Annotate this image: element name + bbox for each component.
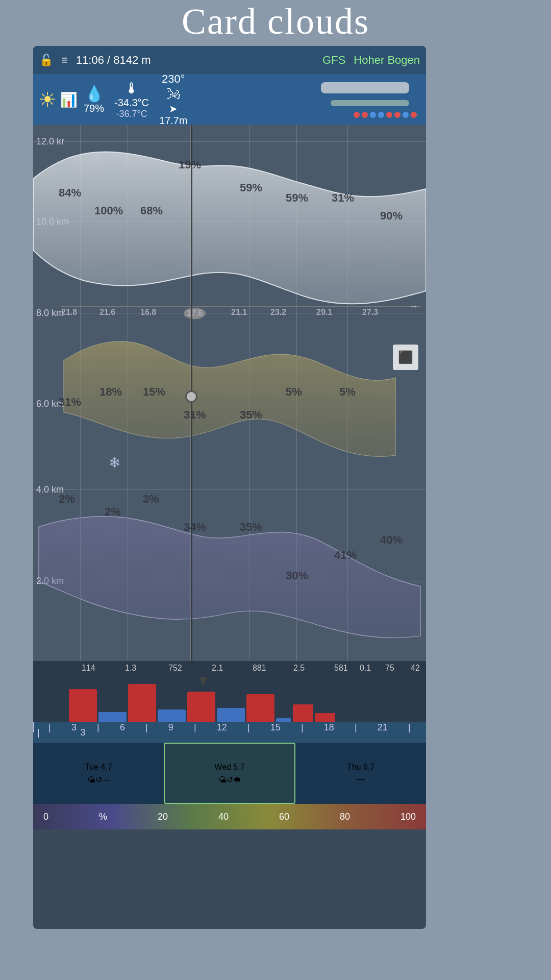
menu-icon[interactable]: ≡ [61,54,68,67]
cloud-preview [319,77,421,122]
lock-icon[interactable]: 🔓 [39,54,53,67]
sun-icon: ☀ [38,88,57,111]
pct-41: 41% [334,549,357,562]
t-tick-start: | [48,722,51,733]
chart-icon[interactable]: 📊 [60,91,78,108]
pct-100: 100% [94,204,123,217]
time-axis: | 3 | 3 | 6 | 9 | 12 | 15 | 18 | 21 | [33,722,426,743]
temp-group: 🌡 -34.3°C -36.7°C [114,80,149,119]
bar-7 [246,694,274,722]
pct-59b: 59% [286,191,308,205]
t-val-25: 2.5 [293,664,305,673]
thermo-icon: 🌡 [124,80,139,97]
tab-thu[interactable]: Thu 6.7 — [295,743,426,804]
pct-34: 34% [184,521,206,534]
timeline-area: 114 1.3 752 2.1 881 2.5 581 0.1 75 42 [33,661,426,722]
chart-area: 12.0 kr 10.0 km 8.0 km 6.0 km 4.0 km 2.0… [33,125,426,661]
header-bar: 🔓 ≡ 11:06 / 8142 m GFS Hoher Bogen [33,46,426,74]
pct-68: 68% [140,204,163,217]
bar-10 [315,713,335,722]
scale-0: 0 [43,812,48,822]
dot-blue-1 [370,112,376,118]
bar-1 [69,689,97,722]
page-title: Card clouds [0,0,551,43]
pct-35l: 35% [240,521,262,534]
t-tick-9: 9 [168,722,173,733]
nav-icon: ➤ [169,103,178,115]
wind-val-3: 16.8 [140,308,156,317]
wind-val-8: 27.3 [362,308,378,317]
t-tick-12: 12 [217,722,227,733]
dot-red-3 [386,112,392,118]
scale-40: 40 [218,812,229,822]
stack-icon[interactable]: ⬛ [393,345,418,370]
tab-tue-icons: 🌤↺— [87,775,110,785]
t-tick-sep6: | [355,722,357,733]
tab-wed-icons: 🌤↺🌧 [218,775,241,785]
wind-val-7: 29.1 [316,308,332,317]
pct-31m2: 31% [184,408,206,422]
t-val-114: 114 [82,664,95,673]
tab-tue-name: Tue 4.7 [85,763,112,772]
mid-cloud-svg [33,309,426,503]
pct-3: 3% [143,493,159,506]
scale-80: 80 [340,812,350,822]
bar-5 [187,692,215,722]
pct-35m: 35% [240,408,262,422]
wind-icon: 🌬 [166,86,181,103]
stats-bar: ☀ 📊 💧 79% 🌡 -34.3°C -36.7°C 230° 🌬 ➤ 17.… [33,74,426,125]
pct-2b: 2% [105,505,121,519]
tab-wed[interactable]: Wed 5.7 🌤↺🌧 [164,743,295,804]
gfs-label[interactable]: GFS [322,54,345,67]
bottom-scale: 0 % 20 40 60 80 100 [33,804,426,829]
bar-8 [276,718,291,722]
time-ticks-row: | 3 | 6 | 9 | 12 | 15 | 18 | 21 | [33,722,426,733]
dot-blue-3 [403,112,409,118]
dot-red-5 [411,112,417,118]
location-label[interactable]: Hoher Bogen [354,54,420,67]
t-tick-sep4: | [247,722,250,733]
pct-19: 19% [179,158,201,172]
temp-high: -34.3°C [114,97,149,109]
cursor-dot [185,390,197,403]
pct-59a: 59% [240,181,262,194]
t-tick-21: 21 [378,722,388,733]
pct-15m: 15% [143,385,165,399]
pct-84: 84% [59,186,81,200]
t-val-21: 2.1 [212,664,223,673]
temp-low: -36.7°C [116,109,147,119]
dot-red-2 [362,112,368,118]
t-val-752: 752 [168,664,182,673]
pct-31: 31% [332,191,354,205]
day-tabs: Tue 4.7 🌤↺— Wed 5.7 🌤↺🌧 Thu 6.7 — [33,743,426,804]
wind-group: 230° 🌬 ➤ 17.7m [159,72,188,127]
wind-val-2: 21.6 [99,308,115,317]
tab-thu-name: Thu 6.7 [347,763,374,772]
pct-31m: 31% [59,396,81,409]
bar-4 [158,709,186,722]
t-tick-sep2: | [145,722,148,733]
bar-2 [98,712,127,722]
pct-5m2: 5% [339,385,356,399]
scale-pct: % [99,812,107,822]
wind-val-5: 21.1 [231,308,247,317]
t-tick-15: 15 [270,722,281,733]
scale-20: 20 [158,812,168,822]
tab-tue[interactable]: Tue 4.7 🌤↺— [33,743,164,804]
t-val-881: 881 [253,664,266,673]
t-val-42: 42 [411,664,420,673]
dot-red-1 [354,112,360,118]
t-val-581: 581 [334,664,348,673]
scale-60: 60 [279,812,289,822]
t-val-75: 75 [385,664,394,673]
bars-row [69,687,416,722]
pct-30: 30% [286,569,308,582]
t-tick-sep5: | [301,722,304,733]
pct-18m: 18% [99,385,122,399]
pct-90: 90% [380,209,403,223]
t-tick-sep3: | [194,722,196,733]
bar-9 [293,704,313,722]
wind-dir-value: 230° [162,72,185,86]
tab-wed-name: Wed 5.7 [214,763,244,772]
low-cloud-svg [33,477,426,651]
